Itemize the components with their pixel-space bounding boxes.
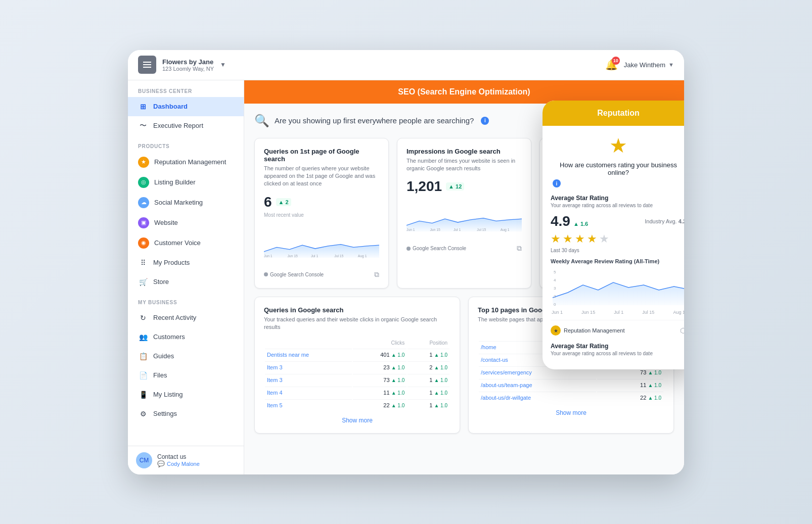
avg-rating-sub2: Your average rating across all reviews t… — [551, 351, 684, 356]
source-label: Google Search Console — [270, 272, 324, 277]
sidebar-label-customer-voice: Customer Voice — [154, 239, 201, 247]
table-row: Item 3 23 ▲ 1.0 2 ▲ 1.0 — [265, 361, 449, 373]
sidebar-label-my-listing: My Listing — [153, 391, 183, 398]
sidebar-label-reputation: Reputation Management — [154, 158, 226, 166]
external-link-icon[interactable]: ⬡ — [680, 326, 684, 335]
card-desc: Your tracked queries and their website c… — [264, 316, 450, 331]
weekly-chart: 5 4 3 2 0 — [551, 267, 684, 308]
sidebar-footer: CM Contact us 💬 Cody Malone — [128, 446, 244, 474]
phone-source: ★ Reputation Management — [551, 325, 624, 336]
sidebar-item-guides[interactable]: 📋 Guides — [128, 347, 244, 366]
last-days-label: Last 30 days — [551, 248, 684, 253]
info-icon[interactable]: i — [481, 117, 489, 125]
chart-footer: Google Search Console ⧉ — [264, 270, 379, 279]
phone-card-footer: ★ Reputation Management ⬡ — [551, 320, 684, 336]
notification-bell[interactable]: 🔔 10 — [605, 59, 618, 71]
stat-desc: The number of times your website is seen… — [407, 157, 522, 173]
source-dot — [407, 247, 411, 251]
svg-text:Aug 1: Aug 1 — [501, 228, 510, 232]
sidebar-label-my-products: My Products — [153, 259, 190, 266]
report-icon: 〜 — [138, 121, 148, 131]
stat-title: Impressions in Google search — [407, 148, 522, 155]
svg-text:Jul 1: Jul 1 — [311, 254, 319, 258]
svg-text:3: 3 — [554, 286, 556, 291]
industry-avg: Industry Avg. 4.2 — [645, 218, 684, 224]
stat-card-0: Queries on 1st page of Google search The… — [254, 138, 389, 289]
table-row: Item 4 11 ▲ 1.0 1 ▲ 1.0 — [265, 387, 449, 398]
sidebar-item-social[interactable]: ☁ Social Marketing — [128, 193, 244, 213]
sidebar-item-executive-report[interactable]: 〜 Executive Report — [128, 116, 244, 135]
external-link-icon[interactable]: ⧉ — [517, 244, 522, 253]
sidebar-item-customer-voice[interactable]: ◉ Customer Voice — [128, 233, 244, 253]
stat-number: 1,201 ▲ 12 — [407, 178, 522, 195]
sidebar-label-website: Website — [154, 219, 178, 226]
dropdown-arrow-icon[interactable]: ▼ — [220, 61, 226, 68]
store-icon: 🛒 — [138, 277, 148, 287]
dashboard-header: SEO (Search Engine Optimization) — [244, 80, 684, 104]
user-dropdown-icon: ▼ — [668, 62, 674, 68]
external-link-icon[interactable]: ⧉ — [374, 270, 379, 279]
settings-icon: ⚙ — [138, 409, 148, 419]
business-address: 123 Loomly Way, NY — [162, 66, 214, 72]
chart-source: Google Search Console — [264, 272, 324, 277]
sidebar-item-my-products[interactable]: ⠿ My Products — [128, 253, 244, 272]
footer-contact-label: Contact us — [157, 453, 200, 460]
files-icon: 📄 — [138, 370, 148, 380]
sidebar-label-settings: Settings — [153, 410, 177, 417]
device-frame: Flowers by Jane 123 Loomly Way, NY ▼ 🔔 1… — [128, 50, 684, 474]
sidebar-item-files[interactable]: 📄 Files — [128, 366, 244, 385]
top-bar-right: 🔔 10 Jake Winthem ▼ — [605, 59, 674, 71]
sidebar: Business Center ⊞ Dashboard 〜 Executive … — [128, 80, 244, 474]
weekly-chart-title: Weekly Average Review Rating (All-Time) — [551, 258, 684, 264]
svg-text:Jun 1: Jun 1 — [407, 228, 415, 231]
menu-button[interactable] — [138, 56, 156, 74]
sidebar-item-settings[interactable]: ⚙ Settings — [128, 404, 244, 423]
table-row: /about-us/dr-willgate 22 ▲ 1.0 — [479, 392, 663, 403]
listing-icon: ◎ — [138, 177, 149, 188]
svg-text:0: 0 — [554, 302, 556, 307]
user-menu[interactable]: Jake Winthem ▼ — [624, 61, 674, 69]
svg-text:5: 5 — [554, 270, 556, 274]
sidebar-label-social: Social Marketing — [154, 199, 203, 206]
sidebar-section-my-business: My Business — [128, 292, 244, 308]
table-row: Item 3 73 ▲ 1.0 1 ▲ 1.0 — [265, 374, 449, 386]
business-name: Flowers by Jane — [162, 58, 214, 66]
sidebar-item-website[interactable]: ▣ Website — [128, 213, 244, 233]
chart-source: Google Search Console — [407, 246, 466, 251]
sidebar-label-listing: Listing Builder — [154, 178, 196, 186]
sidebar-item-reputation[interactable]: ★ Reputation Management — [128, 152, 244, 172]
stat-number: 6 ▲ 2 — [264, 194, 379, 210]
avatar: CM — [136, 452, 152, 468]
show-more-button[interactable]: Show more — [264, 417, 450, 424]
sidebar-item-customers[interactable]: 👥 Customers — [128, 327, 244, 347]
stat-desc: The number of queries where your website… — [264, 165, 379, 188]
sidebar-item-listing[interactable]: ◎ Listing Builder — [128, 172, 244, 193]
sidebar-label-guides: Guides — [153, 352, 174, 360]
sidebar-label-executive-report: Executive Report — [153, 122, 203, 129]
stat-change: ▲ 12 — [446, 182, 464, 190]
svg-text:Jul 1: Jul 1 — [454, 228, 461, 231]
sidebar-item-recent-activity[interactable]: ↻ Recent Activity — [128, 308, 244, 327]
business-info: Flowers by Jane 123 Loomly Way, NY — [162, 58, 214, 72]
phone-star-icon: ★ — [551, 134, 684, 157]
sidebar-item-dashboard[interactable]: ⊞ Dashboard — [128, 97, 244, 116]
chart-footer: Google Search Console ⧉ — [407, 244, 522, 253]
phone-question: How are customers rating your business o… — [551, 161, 684, 176]
queries-table: Clicks Position Dentists near me 401 ▲ 1… — [264, 337, 450, 412]
svg-text:Jul 15: Jul 15 — [334, 254, 343, 258]
dashboard-icon: ⊞ — [138, 102, 148, 112]
stat-change: ▲ 2 — [276, 198, 291, 206]
stat-card-1: Impressions in Google search The number … — [397, 138, 531, 289]
avg-rating-sub: Your average rating across all reviews t… — [551, 203, 684, 208]
top-bar: Flowers by Jane 123 Loomly Way, NY ▼ 🔔 1… — [128, 50, 684, 80]
svg-text:Jun 15: Jun 15 — [287, 254, 298, 258]
notification-count: 10 — [612, 57, 620, 65]
sidebar-item-store[interactable]: 🛒 Store — [128, 272, 244, 292]
show-more-button[interactable]: Show more — [478, 409, 664, 416]
rating-row: 4.9 ▲ 1.6 Industry Avg. 4.2 — [551, 213, 684, 229]
stat-chart: Jun 1 Jun 15 Jul 1 Jul 15 Aug 1 — [407, 197, 522, 237]
avg-rating-title: Average Star Rating — [551, 195, 684, 202]
my-listing-icon: 📱 — [138, 390, 148, 400]
phone-info-icon[interactable]: i — [553, 179, 561, 187]
sidebar-item-my-listing[interactable]: 📱 My Listing — [128, 385, 244, 404]
